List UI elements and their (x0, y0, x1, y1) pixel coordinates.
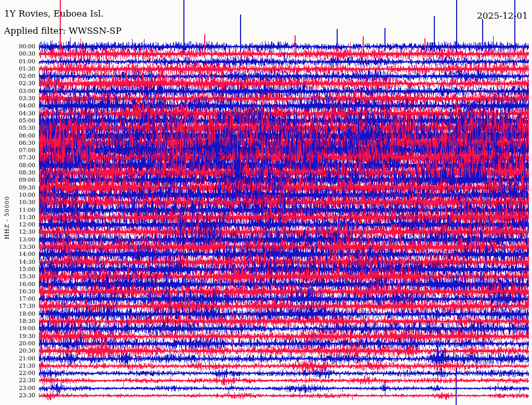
time-label: 09:30 (0, 184, 35, 192)
time-label: 20:00 (0, 340, 35, 347)
time-label: 01:30 (0, 65, 35, 73)
time-label: 04:00 (0, 102, 35, 110)
time-label: 22:00 (0, 370, 35, 377)
time-label: 05:00 (0, 117, 35, 125)
time-label: 21:30 (0, 362, 35, 370)
time-label: 02:30 (0, 80, 35, 87)
time-label: 10:30 (0, 199, 35, 206)
time-label: 00:00 (0, 43, 35, 50)
time-label: 03:00 (0, 88, 35, 95)
time-label: 20:30 (0, 347, 35, 355)
time-label: 23:30 (0, 392, 35, 399)
time-label: 06:30 (0, 140, 35, 147)
time-label: 22:30 (0, 377, 35, 384)
time-label: 16:30 (0, 288, 35, 295)
time-label: 05:30 (0, 125, 35, 132)
time-label: 11:00 (0, 207, 35, 214)
time-label: 10:00 (0, 192, 35, 199)
time-label: 07:00 (0, 147, 35, 154)
time-label: 06:00 (0, 132, 35, 140)
time-label: 16:00 (0, 281, 35, 288)
time-label: 21:00 (0, 355, 35, 362)
time-label: 19:00 (0, 325, 35, 332)
time-label: 07:30 (0, 154, 35, 161)
time-label: 13:00 (0, 236, 35, 244)
time-label: 14:30 (0, 259, 35, 266)
time-label: 19:30 (0, 333, 35, 340)
time-label: 12:30 (0, 228, 35, 236)
time-label: 00:30 (0, 50, 35, 58)
time-label: 08:00 (0, 162, 35, 169)
seismogram-traces-canvas (0, 0, 532, 405)
time-label: 12:00 (0, 221, 35, 228)
time-label: 23:00 (0, 385, 35, 392)
time-label: 09:00 (0, 177, 35, 184)
time-label: 01:00 (0, 58, 35, 65)
time-label: 11:30 (0, 214, 35, 221)
time-label: 04:30 (0, 110, 35, 117)
time-label: 18:00 (0, 310, 35, 318)
time-label: 08:30 (0, 169, 35, 177)
time-label: 15:00 (0, 266, 35, 273)
time-label: 17:00 (0, 295, 35, 303)
time-label: 17:30 (0, 303, 35, 310)
time-axis: 00:0000:3001:0001:3002:0002:3003:0003:30… (0, 0, 35, 405)
time-label: 13:30 (0, 244, 35, 251)
time-label: 18:30 (0, 318, 35, 325)
plot-date: 2025-12-01 (477, 10, 528, 21)
time-label: 03:30 (0, 95, 35, 102)
time-label: 14:00 (0, 251, 35, 258)
time-label: 15:30 (0, 273, 35, 280)
time-label: 02:00 (0, 73, 35, 80)
helicorder-page: 1Y Rovies, Euboea Isl. 2025-12-01 Applie… (0, 0, 532, 405)
